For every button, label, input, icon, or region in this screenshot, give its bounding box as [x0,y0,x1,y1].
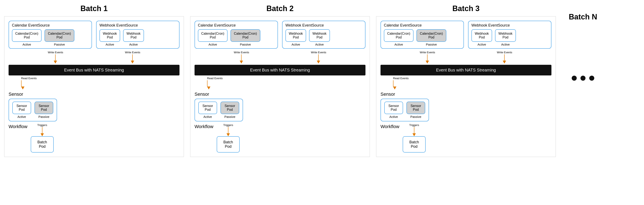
triggers-lbl-1: Triggers [37,124,47,127]
b2-webhook-active-pod-box-1: WebhookPod [286,29,306,42]
calendar-active-label: Active [22,43,31,46]
event-bus: Event Bus with NATS Streaming [8,65,180,76]
b3-webhook-active-label-2: Active [501,43,510,46]
sensor-active-pod-1: SensorPod Active [12,102,31,118]
b3-sensor-active-lbl: Active [390,115,398,118]
b3-calendar-source-label: Calendar EventSource [384,23,460,28]
triggers-arrow-1 [40,133,44,136]
batch-3-section: Batch 3 Calendar EventSource Calendar(Cr… [376,4,556,157]
b2-calendar-active-pod: Calendar(Cron)Pod Active [198,29,228,46]
b3-event-bus: Event Bus with NATS Streaming [380,65,552,76]
arrow-line-right [132,54,133,60]
sensor-label-1: Sensor [8,92,180,97]
b2-workflow-label: Workflow [194,124,213,129]
b3-sensor-passive-lbl: Passive [410,115,422,118]
b3-event-sources-row: Calendar EventSource Calendar(Cron)Pod A… [380,21,552,49]
b3-calendar-passive-pod-box: Calendar(Cron)Pod [416,29,446,42]
write-events-arrow-left: Write Events [48,51,63,64]
b3-workflow-label: Workflow [380,124,399,129]
arrow-line-left [55,54,56,60]
write-events-label-left: Write Events [48,51,63,54]
b3-webhook-event-source: Webhook EventSource WebhookPod Active We… [468,21,552,49]
b2-batch-pod: BatchPod [217,136,240,152]
b2-webhook-event-source: Webhook EventSource WebhookPod Active We… [282,21,366,49]
dot-3 [589,76,594,81]
sensor-passive-pod-1: SensorPod Passive [34,102,53,118]
b2-webhook-active-pod-box-2: WebhookPod [309,29,330,42]
sensor-active-box-1: SensorPod [12,102,31,114]
b2-calendar-active-pod-box: Calendar(Cron)Pod [198,29,228,42]
dots-row [572,76,594,81]
webhook-active-pod-2: WebhookPod Active [123,29,144,46]
b3-webhook-source-label: Webhook EventSource [472,23,548,28]
b2-sensor-passive-lbl: Passive [224,115,236,118]
b3-read-events-arrow: Read Events [380,77,552,90]
b2-event-sources-row: Calendar EventSource Calendar(Cron)Pod A… [194,21,366,49]
b2-sensor-pods-outer: SensorPod Active SensorPod Passive [194,99,243,122]
b3-sensor-active-pod: SensorPod Active [384,102,403,118]
b3-calendar-active-pod: Calendar(Cron)Pod Active [384,29,414,46]
webhook-active-pod-box-1: WebhookPod [100,29,120,42]
b2-webhook-source-label: Webhook EventSource [286,23,362,28]
b2-calendar-active-label: Active [208,43,217,46]
batch-3-block: Calendar EventSource Calendar(Cron)Pod A… [376,16,556,157]
read-events-arrowhead [21,86,24,90]
b2-triggers-col: Triggers BatchPod [217,124,240,152]
webhook-active-label-1: Active [106,43,114,46]
b3-sensor-passive-pod: SensorPod Passive [406,102,425,118]
webhook-source-label: Webhook EventSource [100,23,176,28]
b3-webhook-active-pod-box-2: WebhookPod [495,29,516,42]
write-events-label-right: Write Events [125,51,140,54]
sensor-passive-box-1: SensorPod [34,102,53,114]
b3-calendar-passive-pod: Calendar(Cron)Pod Passive [416,29,446,46]
batch-1-block: Calendar EventSource Calendar(Cron)Pod A… [4,16,184,157]
b2-sensor-active-box: SensorPod [198,102,217,114]
b3-webhook-active-pod-box-1: WebhookPod [472,29,492,42]
calendar-source-label: Calendar EventSource [12,23,88,28]
b3-sensor-label: Sensor [380,92,552,97]
b2-sensor-active-pod: SensorPod Active [198,102,217,118]
batch-2-section: Batch 2 Calendar EventSource Calendar(Cr… [190,4,370,157]
b2-write-events-arrow-left: Write Events [234,51,249,64]
calendar-event-source: Calendar EventSource Calendar(Cron)Pod A… [8,21,92,49]
b2-triggers-lbl: Triggers [223,124,233,127]
b3-triggers-lbl: Triggers [409,124,419,127]
b3-workflow-row: Workflow Triggers BatchPod [380,124,552,152]
b3-write-events-arrow-left: Write Events [420,51,435,64]
batch-3-title: Batch 3 [376,4,556,13]
calendar-passive-pod: Calendar(Cron)Pod Passive [44,29,74,46]
b3-webhook-pods-row: WebhookPod Active WebhookPod Active [472,29,548,46]
arrow-down-left [54,60,57,64]
b2-workflow-row: Workflow Triggers BatchPod [194,124,366,152]
b3-calendar-active-pod-box: Calendar(Cron)Pod [384,29,414,42]
b3-webhook-active-pod-2: WebhookPod Active [495,29,516,46]
b2-calendar-passive-label: Passive [240,43,251,46]
webhook-pods-row: WebhookPod Active WebhookPod Active [100,29,176,46]
calendar-active-pod: Calendar(Cron)Pod Active [12,29,42,46]
b3-write-events-area: Write Events Write Events [380,51,552,64]
b2-calendar-passive-pod: Calendar(Cron)Pod Passive [230,29,260,46]
b2-calendar-source-label: Calendar EventSource [198,23,274,28]
batch-n-title: Batch N [569,12,597,21]
b3-calendar-pods-row: Calendar(Cron)Pod Active Calendar(Cron)P… [384,29,460,46]
b3-sensor-active-box: SensorPod [384,102,403,114]
calendar-passive-pod-box: Calendar(Cron)Pod [44,29,74,42]
batch-2-title: Batch 2 [190,4,370,13]
b2-sensor-label: Sensor [194,92,366,97]
b3-calendar-passive-label: Passive [426,43,437,46]
b2-calendar-passive-pod-box: Calendar(Cron)Pod [230,29,260,42]
b2-webhook-pods-row: WebhookPod Active WebhookPod Active [286,29,362,46]
workflow-row-1: Workflow Triggers BatchPod [8,124,180,152]
arrow-down-right [131,60,134,64]
b2-webhook-active-pod-1: WebhookPod Active [286,29,306,46]
batch-1-title: Batch 1 [4,4,184,13]
sensor-passive-lbl-1: Passive [38,115,50,118]
webhook-active-label-2: Active [129,43,138,46]
b2-webhook-active-label-2: Active [315,43,324,46]
dot-1 [572,76,577,81]
read-events-line [21,80,22,86]
b3-sensor-passive-box: SensorPod [406,102,425,114]
write-events-area: Write Events Write Events [8,51,180,64]
b2-event-bus: Event Bus with NATS Streaming [194,65,366,76]
b3-batch-pod: BatchPod [403,136,426,152]
